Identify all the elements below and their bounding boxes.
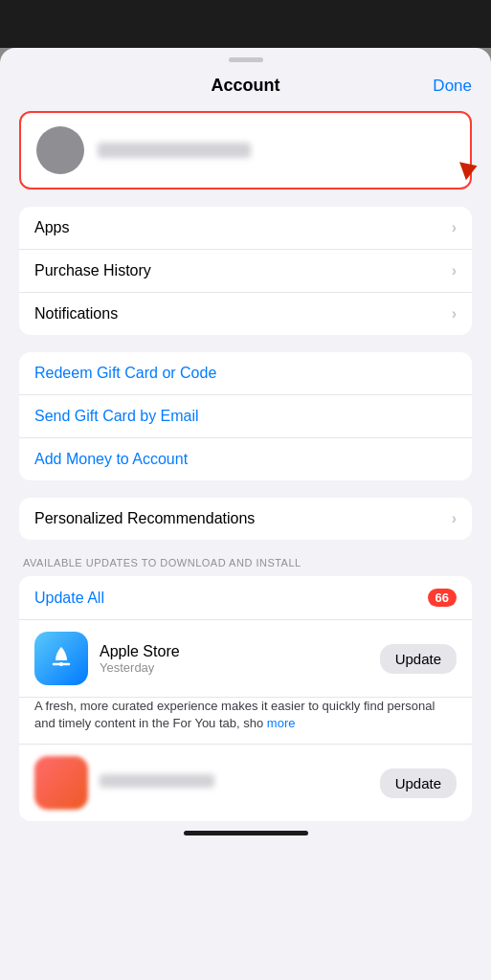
apple-store-update-button[interactable]: Update [380,644,457,674]
add-money-item[interactable]: Add Money to Account [19,438,472,480]
updates-group: Update All 66 Apple Store Yesterda [19,576,472,821]
chevron-icon: › [452,219,457,236]
apple-store-desc-text: A fresh, more curated experience makes i… [34,699,435,730]
send-gift-card-label: Send Gift Card by Email [34,408,199,425]
redeem-gift-card-label: Redeem Gift Card or Code [34,365,216,382]
chevron-icon: › [452,305,457,323]
handle-bar [229,57,263,62]
apps-label: Apps [34,219,69,236]
second-app-info [100,774,368,791]
svg-point-0 [59,662,63,666]
sheet-handle [0,48,491,68]
add-money-label: Add Money to Account [34,451,188,468]
apple-store-date: Yesterday [100,660,368,675]
apple-store-icon [34,632,88,685]
purchase-history-item[interactable]: Purchase History › [19,250,472,293]
home-indicator [0,821,491,841]
gift-list-group: Redeem Gift Card or Code Send Gift Card … [19,352,472,480]
send-gift-card-item[interactable]: Send Gift Card by Email [19,395,472,438]
profile-card[interactable] [19,111,472,189]
personalized-recommendations-label: Personalized Recommendations [34,510,255,527]
settings-list-group: Apps › Purchase History › Notifications … [19,207,472,335]
arrow-indicator-icon [462,159,478,178]
chevron-icon: › [452,510,457,527]
apps-item[interactable]: Apps › [19,207,472,250]
updates-section-label: AVAILABLE UPDATES TO DOWNLOAD AND INSTAL… [19,557,472,568]
more-link[interactable]: more [267,716,296,730]
main-content: Apps › Purchase History › Notifications … [0,111,491,821]
redeem-gift-card-item[interactable]: Redeem Gift Card or Code [19,352,472,395]
purchase-history-label: Purchase History [34,262,151,279]
personalized-recommendations-item[interactable]: Personalized Recommendations › [19,498,472,540]
second-app-update-row: Update [19,745,472,821]
chevron-icon: › [452,262,457,279]
updates-badge: 66 [428,589,457,607]
apple-store-name: Apple Store [100,643,368,660]
status-bar [0,0,491,48]
profile-name [98,143,251,158]
second-app-name [100,774,214,788]
apple-store-description: A fresh, more curated experience makes i… [19,698,472,745]
home-bar [184,831,308,835]
personalized-recommendations-group: Personalized Recommendations › [19,498,472,540]
second-app-update-button[interactable]: Update [380,768,457,798]
header: Account Done [0,68,491,111]
second-app-icon [34,756,88,810]
update-all-row[interactable]: Update All 66 [19,576,472,620]
avatar [36,126,84,174]
update-all-label: Update All [34,590,104,607]
apple-store-info: Apple Store Yesterday [100,643,368,675]
sheet-container: Account Done Apps › Purchase History › [0,48,491,980]
notifications-label: Notifications [34,305,118,323]
done-button[interactable]: Done [433,77,472,96]
page-title: Account [212,76,280,96]
notifications-item[interactable]: Notifications › [19,293,472,335]
apple-store-update-row: Apple Store Yesterday Update [19,620,472,698]
phone-frame: Account Done Apps › Purchase History › [0,0,491,980]
